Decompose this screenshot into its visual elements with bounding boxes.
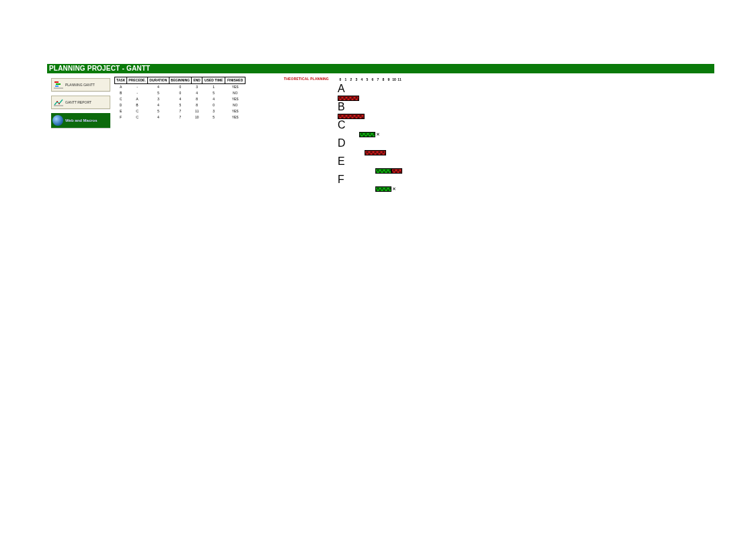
gantt-bar <box>375 168 391 174</box>
task-table: TASK PRECEDE. DURATION BEGINNING END USE… <box>114 77 281 120</box>
cell-beginning: 4 <box>169 96 191 102</box>
col-finished: FINISHED <box>225 77 245 84</box>
cell-duration: 3 <box>147 96 169 102</box>
col-beginning: BEGINNING <box>169 77 191 84</box>
cell-task: A <box>115 84 127 91</box>
gantt-row <box>338 168 402 174</box>
cell-task: D <box>115 102 127 108</box>
milestone-mark-icon: ✕ <box>391 186 397 192</box>
gantt-row-label: D <box>338 137 402 149</box>
table-header-row: TASK PRECEDE. DURATION BEGINNING END USE… <box>115 77 245 84</box>
cell-precede: - <box>127 84 148 91</box>
cell-task: C <box>115 96 127 102</box>
cell-task: E <box>115 108 127 114</box>
gantt-row-label: B <box>338 101 402 113</box>
cell-duration: 4 <box>147 114 169 120</box>
cell-end: 4 <box>192 90 202 96</box>
cell-precede: B <box>127 102 148 108</box>
gantt-tick: 5 <box>365 77 370 83</box>
cell-duration: 4 <box>147 102 169 108</box>
cell-precede: C <box>127 108 148 114</box>
planning-gantt-label: PLANNING GANTT <box>65 83 95 87</box>
table-row: FC47105YES <box>115 114 245 120</box>
cell-end: 3 <box>192 84 202 91</box>
gantt-tick: 2 <box>348 77 354 83</box>
col-task: TASK <box>115 77 127 84</box>
gantt-bar <box>365 150 386 155</box>
cell-finished: YES <box>225 84 245 91</box>
svg-rect-0 <box>54 81 59 83</box>
gantt-tick: 10 <box>391 77 397 83</box>
gantt-tick: 3 <box>354 77 359 83</box>
gantt-timeline-header: 01234567891011 <box>338 77 402 83</box>
svg-point-4 <box>56 101 58 102</box>
col-end: END <box>192 77 202 84</box>
cell-precede: - <box>127 90 148 96</box>
gantt-bar <box>359 132 375 137</box>
gantt-chart-icon <box>54 81 63 89</box>
globe-icon <box>52 115 63 126</box>
gantt-tick: 8 <box>381 77 386 83</box>
svg-point-5 <box>59 103 60 104</box>
brand-text: Web and Macros <box>65 118 98 122</box>
table-row: B-5045NO <box>115 90 245 96</box>
cell-used: 5 <box>202 90 225 96</box>
gantt-bar <box>391 168 402 174</box>
report-chart-icon <box>54 98 63 106</box>
cell-beginning: 7 <box>169 114 191 120</box>
gantt-row-label: F <box>338 174 402 186</box>
gantt-tick: 11 <box>397 77 402 83</box>
svg-rect-2 <box>55 85 59 87</box>
cell-used: 4 <box>202 96 225 102</box>
gantt-row <box>338 149 402 155</box>
gantt-row-label: C <box>338 119 402 131</box>
page-title: PLANNING PROJECT - GANTT <box>47 64 714 73</box>
cell-finished: NO <box>225 90 245 96</box>
gantt-tick: 4 <box>359 77 365 83</box>
gantt-report-label: GANTT REPORT <box>65 100 91 104</box>
gantt-bar <box>375 186 391 192</box>
gantt-bar <box>338 114 365 119</box>
cell-end: 11 <box>192 108 202 114</box>
col-used-time: USED TIME <box>202 77 225 84</box>
cell-end: 10 <box>192 114 202 120</box>
cell-beginning: 5 <box>169 102 191 108</box>
gantt-report-button[interactable]: GANTT REPORT <box>51 96 110 109</box>
cell-finished: YES <box>225 114 245 120</box>
cell-finished: YES <box>225 96 245 102</box>
cell-finished: YES <box>225 108 245 114</box>
cell-beginning: 0 <box>169 84 191 91</box>
cell-beginning: 0 <box>169 90 191 96</box>
gantt-tick: 9 <box>386 77 391 83</box>
cell-duration: 5 <box>147 108 169 114</box>
cell-end: 8 <box>192 96 202 102</box>
cell-duration: 5 <box>147 90 169 96</box>
table-row: A-4031YES <box>115 84 245 91</box>
cell-used: 1 <box>202 84 225 91</box>
gantt-row: ✕ <box>338 186 402 192</box>
cell-precede: A <box>127 96 148 102</box>
cell-used: 3 <box>202 108 225 114</box>
col-precede: PRECEDE. <box>127 77 148 84</box>
gantt-tick: 1 <box>343 77 348 83</box>
cell-beginning: 7 <box>169 108 191 114</box>
table-row: DB4580NO <box>115 102 245 108</box>
cell-used: 0 <box>202 102 225 108</box>
cell-task: B <box>115 90 127 96</box>
svg-rect-1 <box>56 83 61 85</box>
brand-logo: Web and Macros <box>51 113 110 128</box>
cell-end: 8 <box>192 102 202 108</box>
milestone-mark-icon: ✕ <box>375 132 381 137</box>
cell-task: F <box>115 114 127 120</box>
gantt-bar <box>338 96 359 101</box>
gantt-tick: 0 <box>338 77 343 83</box>
gantt-row <box>338 113 402 119</box>
gantt-chart: 01234567891011 ABC✕DEF✕ <box>338 77 402 192</box>
gantt-tick: 6 <box>370 77 375 83</box>
cell-finished: NO <box>225 102 245 108</box>
gantt-row-label: A <box>338 83 402 95</box>
gantt-row-label: E <box>338 155 402 168</box>
cell-duration: 4 <box>147 84 169 91</box>
cell-used: 5 <box>202 114 225 120</box>
planning-gantt-button[interactable]: PLANNING GANTT <box>51 78 110 92</box>
